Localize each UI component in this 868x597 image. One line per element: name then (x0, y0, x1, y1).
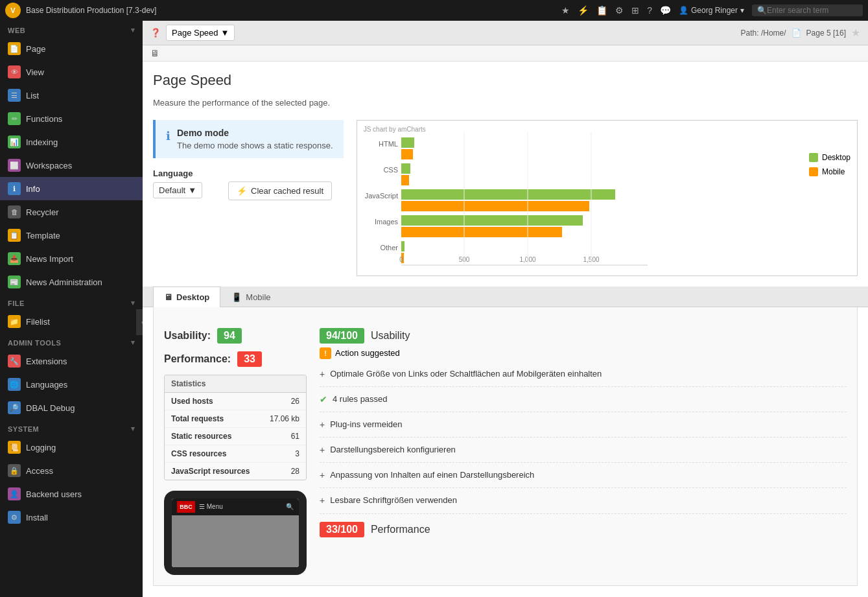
view-icon: 👁 (8, 65, 21, 78)
svg-text:CSS: CSS (383, 166, 398, 174)
sidebar-item-functions-label: Functions (26, 114, 62, 124)
sidebar-collapse-button[interactable]: ‹ (136, 309, 143, 335)
sidebar-item-list-label: List (26, 91, 39, 100)
sidebar-item-functions[interactable]: ✏ Functions (0, 107, 143, 130)
chart-title: JS chart by amCharts (364, 126, 426, 133)
result-item-2: ✔ 4 rules passed (320, 387, 847, 412)
search-box[interactable]: 🔍 (752, 5, 863, 16)
bolt-icon[interactable]: ⚡ (578, 5, 589, 16)
svg-rect-5 (401, 137, 414, 148)
sidebar-item-info[interactable]: ℹ Info (0, 177, 143, 200)
sidebar-section-file: FILE ▾ (0, 294, 143, 310)
stat-js-resources-value: 28 (261, 462, 306, 480)
grid-icon[interactable]: ⊞ (631, 5, 639, 16)
topbar: V Base Distribution Production [7.3-dev]… (0, 0, 868, 21)
comment-icon[interactable]: 💬 (660, 5, 671, 16)
plus-icon-5: + (320, 495, 325, 506)
template-icon: 📋 (8, 229, 21, 242)
logging-icon: 📜 (8, 441, 21, 454)
help-icon[interactable]: ❓ (150, 28, 161, 38)
usability-score-row: Usability: 94 (164, 328, 307, 344)
tab-mobile[interactable]: 📱 Mobile (220, 287, 281, 307)
language-label: Language (153, 169, 202, 178)
search-input[interactable] (767, 6, 858, 15)
tab-desktop[interactable]: 🖥 Desktop (153, 287, 220, 307)
usability-label: Usability: (164, 330, 211, 342)
sidebar-item-list[interactable]: ☰ List (0, 84, 143, 107)
stat-total-requests-value: 17.06 kb (261, 410, 306, 427)
sidebar: WEB ▾ 📄 Page 👁 View ☰ List ✏ Functions 📊… (0, 21, 143, 597)
sidebar-item-languages[interactable]: 🌐 Languages (0, 373, 143, 396)
file-section-arrow[interactable]: ▾ (131, 299, 135, 307)
svg-rect-6 (401, 149, 413, 159)
sidebar-item-backend-users[interactable]: 👤 Backend users (0, 482, 143, 506)
sidebar-item-extensions[interactable]: 🔧 Extensions (0, 349, 143, 373)
sidebar-item-logging[interactable]: 📜 Logging (0, 436, 143, 459)
user-name: Georg Ringer (691, 6, 738, 15)
check-icon-1: ✔ (320, 394, 327, 404)
table-row: Used hosts 26 (165, 392, 306, 410)
sidebar-item-news-admin[interactable]: 📰 News Administration (0, 270, 143, 294)
list-icon: ☰ (8, 89, 21, 102)
sidebar-item-indexing[interactable]: 📊 Indexing (0, 130, 143, 154)
sidebar-item-template[interactable]: 📋 Template (0, 224, 143, 247)
sidebar-item-recycler[interactable]: 🗑 Recycler (0, 200, 143, 224)
sidebar-item-filelist[interactable]: 📁 Filelist (0, 310, 143, 333)
stat-css-resources-label: CSS resources (165, 445, 261, 462)
page-title: Page Speed (153, 72, 858, 89)
sidebar-section-admin: ADMIN TOOLS ▾ (0, 333, 143, 349)
web-section-arrow[interactable]: ▾ (131, 26, 135, 34)
sidebar-item-extensions-label: Extensions (26, 357, 67, 366)
demo-text: The demo mode shows a static response. (177, 141, 333, 150)
question-icon[interactable]: ? (647, 5, 652, 16)
sidebar-item-page[interactable]: 📄 Page (0, 37, 143, 60)
page-speed-dropdown-label: Page Speed (172, 28, 218, 38)
sidebar-item-access[interactable]: 🔒 Access (0, 459, 143, 482)
chart-legend-mobile: Mobile (809, 167, 850, 176)
sidebar-item-access-label: Access (26, 466, 53, 476)
usability-score-badge: 94 (217, 328, 242, 344)
topbar-icons: ★ ⚡ 📋 ⚙ ⊞ ? 💬 👤 Georg Ringer ▾ 🔍 (561, 5, 863, 16)
system-section-arrow[interactable]: ▾ (131, 425, 135, 433)
languages-icon: 🌐 (8, 378, 21, 391)
app-logo: V (5, 3, 21, 18)
clear-btn-label: Clear cached result (251, 186, 323, 196)
sidebar-item-install-label: Install (26, 513, 48, 522)
page-speed-dropdown[interactable]: Page Speed ▼ (166, 25, 235, 41)
stat-css-resources-value: 3 (261, 445, 306, 462)
language-arrow-icon: ▼ (188, 185, 196, 195)
performance-result-heading: 33/100 Performance (320, 522, 847, 537)
sidebar-item-info-label: Info (26, 184, 40, 194)
clear-cached-result-button[interactable]: ⚡ Clear cached result (228, 181, 332, 200)
admin-section-arrow[interactable]: ▾ (131, 338, 135, 347)
breadcrumb-bar: ❓ Page Speed ▼ Path: /Home/ 📄 Page 5 [16… (143, 21, 868, 45)
sidebar-item-dbal-debug[interactable]: 🔎 DBAL Debug (0, 396, 143, 419)
language-select[interactable]: Default ▼ (153, 182, 202, 198)
user-menu[interactable]: 👤 Georg Ringer ▾ (679, 6, 744, 15)
sidebar-item-view[interactable]: 👁 View (0, 60, 143, 84)
star-icon[interactable]: ★ (561, 5, 570, 16)
dbal-debug-icon: 🔎 (8, 401, 21, 414)
sidebar-item-filelist-label: Filelist (26, 317, 50, 327)
mobile-tab-icon: 📱 (231, 292, 242, 302)
result-item-6: + Lesbare Schriftgrößen verwenden (320, 488, 847, 513)
app-title: Base Distribution Production [7.3-dev] (26, 6, 561, 15)
file-icon[interactable]: 📋 (596, 5, 607, 16)
sidebar-item-install[interactable]: ⚙ Install (0, 506, 143, 529)
search-icon: 🔍 (757, 6, 767, 15)
performance-score-badge: 33 (237, 351, 262, 367)
result-item-4: + Darstellungsbereich konfigurieren (320, 438, 847, 463)
user-avatar-icon: 👤 (679, 6, 688, 15)
sidebar-item-workspaces[interactable]: ⬜ Workspaces (0, 154, 143, 177)
sidebar-item-news-import[interactable]: 📥 News Import (0, 247, 143, 270)
tab-content: Usability: 94 Performance: 33 Stat (153, 307, 858, 586)
sidebar-item-news-import-label: News Import (26, 254, 73, 264)
monitor-icon: 🖥 (150, 48, 159, 58)
language-value: Default (159, 185, 185, 195)
phone-screen: BBC ☰ Menu 🔍 (172, 498, 299, 567)
cog-icon[interactable]: ⚙ (615, 5, 624, 16)
monitor-row: 🖥 (143, 45, 868, 62)
sidebar-item-indexing-label: Indexing (26, 137, 58, 147)
stat-used-hosts-value: 26 (261, 392, 306, 410)
favorite-star-icon[interactable]: ★ (851, 27, 860, 39)
